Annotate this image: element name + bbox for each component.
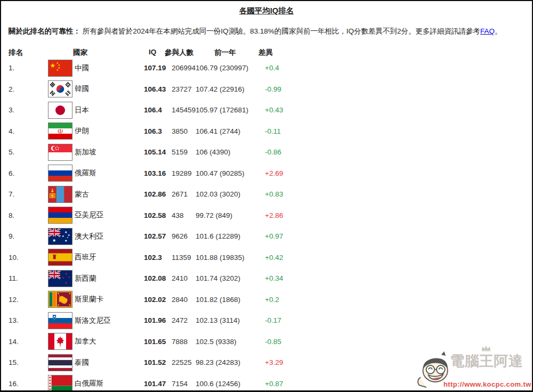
country-cell: 斯洛文尼亞 (75, 316, 144, 325)
flag-slovenia-icon (48, 312, 72, 329)
previous-year-cell: 105.97 (172681) (196, 106, 265, 114)
iq-cell: 101.96 (144, 316, 172, 324)
previous-year-cell: 100.6 (12456) (196, 380, 265, 388)
flag-armenia-icon (48, 207, 72, 224)
participants-cell: 2472 (172, 316, 196, 324)
participants-cell: 2671 (172, 190, 196, 198)
difference-cell: +0.43 (265, 106, 532, 114)
previous-year-cell: 102.03 (3020) (196, 190, 265, 198)
previous-year-cell: 107.42 (22916) (196, 85, 265, 93)
watermark-site-url: http://www.kocpc.com.tw (443, 380, 531, 388)
header-country: 國家 (73, 48, 87, 58)
svg-text:★: ★ (64, 281, 67, 284)
faq-link[interactable]: FAQ (480, 27, 495, 35)
rank-cell: 15. (9, 358, 48, 366)
svg-text:★: ★ (68, 275, 70, 279)
header-iq: IQ (149, 48, 156, 56)
rank-cell: 13. (9, 316, 48, 324)
previous-year-cell: 101.74 (3202) (196, 274, 265, 282)
table-row: 2. 韓國 106.43 23727 107.42 (22916) -0.99 (1, 79, 532, 100)
svg-text:★: ★ (50, 62, 56, 69)
participants-cell: 7154 (172, 380, 196, 388)
country-cell: 斯里蘭卡 (75, 295, 144, 304)
country-cell: 新加坡 (75, 148, 144, 157)
rank-cell: 3. (9, 106, 48, 114)
iq-cell: 106.43 (144, 85, 172, 93)
previous-year-cell: 106.79 (230997) (196, 64, 265, 72)
iq-cell: 103.16 (144, 169, 172, 177)
table-row: 4. 伊朗 106.3 3850 106.41 (2744) -0.11 (1, 121, 532, 142)
previous-year-cell: 101.88 (19835) (196, 254, 265, 262)
rank-cell: 9. (9, 232, 48, 240)
iq-cell: 106.4 (144, 106, 172, 114)
iq-cell: 105.14 (144, 148, 172, 156)
previous-year-cell: 99.72 (849) (196, 211, 265, 219)
difference-cell: -0.17 (265, 316, 532, 324)
participants-cell: 22525 (172, 358, 196, 366)
country-cell: 俄羅斯 (75, 168, 144, 178)
participants-cell: 3850 (172, 127, 196, 135)
note-label: 關於此排名的可靠性： (9, 27, 80, 35)
rank-cell: 12. (9, 296, 48, 304)
flag-russia-icon (48, 165, 72, 182)
iq-cell: 102.02 (144, 296, 172, 304)
flag-belarus-icon (48, 375, 72, 392)
difference-cell: -0.11 (265, 127, 532, 135)
rank-cell: 4. (9, 127, 48, 135)
header-rank: 排名 (9, 48, 23, 58)
country-cell: 蒙古 (75, 190, 144, 199)
flag-australia-icon: ★★★★★★ (48, 228, 72, 245)
flag-mongolia-icon (48, 186, 72, 203)
note-text: 所有參與者皆於2024年在本網站完成同一份IQ測驗。83.18%的國家與前一年相… (80, 27, 480, 35)
participants-cell: 23727 (172, 85, 196, 93)
iq-cell: 102.08 (144, 274, 172, 282)
flag-sri-lanka-icon (48, 291, 72, 308)
country-cell: 韓國 (75, 84, 144, 94)
svg-text:★: ★ (64, 272, 67, 275)
participants-cell: 9626 (172, 232, 196, 240)
table-row: 11. ★★★★ 新西蘭 102.08 2410 101.74 (3202) +… (1, 268, 532, 289)
country-cell: 泰國 (75, 358, 144, 368)
previous-year-cell: 101.82 (1868) (196, 296, 265, 304)
flag-china-icon: ★★★★★ (48, 60, 72, 77)
previous-year-cell: 106.41 (2744) (196, 127, 265, 135)
participants-cell: 11359 (172, 254, 196, 262)
svg-text:★: ★ (56, 68, 59, 71)
table-row: 13. 斯洛文尼亞 101.96 2472 102.13 (3114) -0.1… (1, 310, 532, 331)
difference-cell: +2.69 (265, 169, 532, 177)
difference-cell: +0.34 (265, 274, 532, 282)
svg-text:★: ★ (52, 238, 56, 243)
note-text-end: 。 (495, 27, 502, 35)
site-watermark: 電腦王阿達 http://www.kocpc.com.tw (414, 345, 528, 389)
difference-cell: +0.2 (265, 296, 532, 304)
table-row: 9. ★★★★★★ 澳大利亞 102.57 9626 101.6 (12289)… (1, 226, 532, 247)
flag-japan-icon (48, 102, 72, 119)
previous-year-cell: 102.5 (9338) (196, 338, 265, 346)
country-cell: 亞美尼亞 (75, 210, 144, 220)
iq-cell: 102.58 (144, 211, 172, 219)
rank-cell: 6. (9, 169, 48, 177)
header-participants: 參與人數 (165, 48, 193, 58)
country-cell: 日本 (75, 105, 144, 115)
table-row: 8. 亞美尼亞 102.58 438 99.72 (849) +2.86 (1, 205, 532, 226)
country-cell: 加拿大 (75, 337, 144, 346)
rank-cell: 1. (9, 64, 48, 72)
svg-text:★: ★ (64, 230, 67, 233)
iq-cell: 101.52 (144, 358, 172, 366)
flag-thailand-icon (48, 354, 72, 371)
participants-cell: 5159 (172, 148, 196, 156)
svg-text:★: ★ (62, 276, 64, 279)
watermark-site-name: 電腦王阿達 (450, 352, 523, 371)
participants-cell: 206994 (172, 64, 196, 72)
country-cell: 中國 (75, 63, 144, 73)
difference-cell: -0.99 (265, 85, 532, 93)
iq-cell: 102.86 (144, 190, 172, 198)
rank-cell: 16. (9, 380, 48, 388)
ranking-table: 1. ★★★★★ 中國 107.19 206994 106.79 (230997… (1, 58, 532, 392)
previous-year-cell: 100.47 (90285) (196, 169, 265, 177)
iq-cell: 101.65 (144, 338, 172, 346)
table-row: 5. 新加坡 105.14 5159 106 (4390) -0.86 (1, 142, 532, 163)
iq-cell: 102.3 (144, 254, 172, 262)
previous-year-cell: 101.6 (12289) (196, 232, 265, 240)
iq-cell: 107.19 (144, 64, 172, 72)
